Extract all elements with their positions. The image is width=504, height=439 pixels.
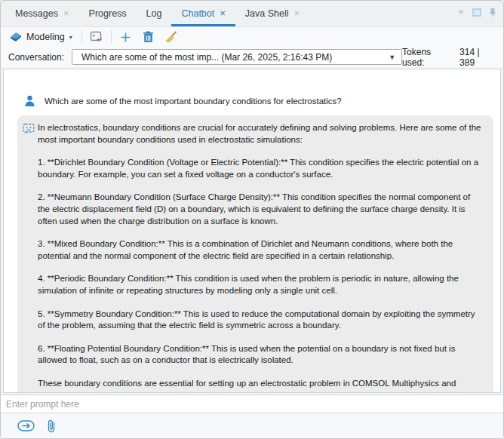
tab-label: Messages [15,8,58,19]
bot-paragraph: 3. **Mixed Boundary Condition:** This is… [38,238,483,262]
bot-paragraph: 5. **Symmetry Boundary Condition:** This… [38,309,483,332]
bot-paragraph: These boundary conditions are essential … [38,378,483,393]
tab-log[interactable]: Log [137,2,172,26]
chat-history-panel[interactable]: Which are some of the most important bou… [3,69,501,393]
conversation-selected-option: Which are some of the most imp... (Mar 2… [81,52,384,63]
bot-paragraph: 1. **Dirichlet Boundary Condition (Volta… [38,157,483,180]
user-avatar-icon [24,95,35,107]
bot-message-bubble: In electrostatics, boundary conditions a… [17,115,493,393]
user-message-text: Which are some of the most important bou… [45,95,342,106]
tab-bar: Messages × Progress Log Chatbot × Java S… [1,1,503,26]
clear-conversation-broom-icon[interactable] [163,29,180,45]
tab-label: Java Shell [245,8,289,19]
send-prompt-button[interactable] [17,418,35,434]
insert-code-button[interactable] [88,29,105,45]
mode-dropdown[interactable]: Modeling ▾ [7,30,75,44]
modeling-icon [10,32,22,42]
tab-java-shell[interactable]: Java Shell × [235,2,309,26]
bot-paragraph: In electrostatics, boundary conditions a… [38,122,483,146]
prompt-input-row [1,394,503,413]
tab-chatbot[interactable]: Chatbot × [171,2,235,26]
toolbar-separator [111,30,112,44]
collapse-panel-icon[interactable] [456,8,466,17]
dropdown-arrow-icon: ▼ [389,54,395,61]
tab-label: Chatbot [181,8,214,19]
tokens-used-label: Tokens used: [402,47,453,68]
close-icon[interactable]: × [220,8,226,18]
bot-paragraph: 6. **Floating Potential Boundary Conditi… [38,343,483,367]
tab-label: Log [146,8,162,19]
bot-avatar-icon [23,123,35,134]
attach-file-paperclip-icon[interactable] [42,418,60,434]
pin-icon[interactable] [488,8,497,17]
tab-progress[interactable]: Progress [79,2,137,26]
tokens-used-value: 314 | 389 [459,47,496,68]
conversation-select[interactable]: Which are some of the most imp... (Mar 2… [72,49,402,65]
prompt-action-bar [1,413,503,438]
tab-messages[interactable]: Messages × [5,2,79,26]
tab-label: Progress [89,8,127,19]
mode-dropdown-label: Modeling [26,32,65,42]
bot-paragraph: 2. **Neumann Boundary Condition (Surface… [38,192,483,227]
delete-conversation-button[interactable] [140,29,157,45]
close-icon[interactable]: × [294,8,300,18]
conversation-row: Conversation: Which are some of the most… [1,47,503,67]
bot-paragraph: 4. **Periodic Boundary Condition:** This… [38,273,483,296]
tokens-used: Tokens used: 314 | 389 [402,47,496,68]
chatbot-panel-window: Messages × Progress Log Chatbot × Java S… [0,0,504,439]
toolbar-separator [81,30,82,44]
window-controls [456,8,497,17]
chat-scroll-area: Which are some of the most important bou… [4,69,500,393]
prompt-input[interactable] [1,395,503,413]
close-icon[interactable]: × [63,8,69,18]
chatbot-toolbar: Modeling ▾ [1,26,503,47]
conversation-label: Conversation: [8,52,64,63]
user-message-row: Which are some of the most important bou… [24,95,493,107]
float-window-icon[interactable] [472,8,481,17]
new-conversation-button[interactable] [118,29,134,45]
chevron-down-icon: ▾ [69,34,72,41]
